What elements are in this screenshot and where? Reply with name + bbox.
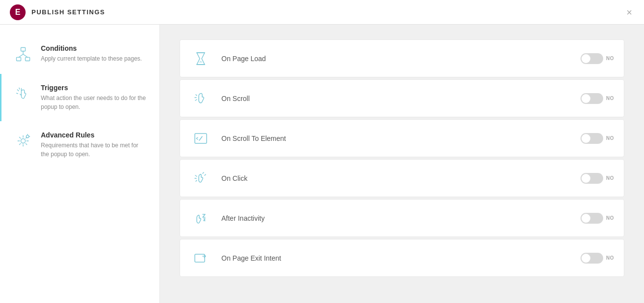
content-area: On Page Load NO — [160, 25, 644, 303]
on-page-load-icon — [190, 48, 212, 69]
on-page-exit-intent-toggle-label: NO — [606, 255, 614, 261]
after-inactivity-toggle-wrap: NO — [581, 213, 614, 224]
trigger-row-on-scroll: On Scroll NO — [180, 79, 624, 117]
conditions-label: Conditions — [41, 44, 142, 52]
triggers-icon — [13, 84, 33, 103]
triggers-description: What action the user needs to do for the… — [41, 94, 148, 111]
on-click-toggle-label: NO — [606, 175, 614, 181]
svg-rect-2 — [26, 57, 30, 61]
on-page-load-toggle-label: NO — [606, 56, 614, 61]
svg-line-18 — [205, 174, 206, 175]
trigger-row-on-page-exit-intent: On Page Exit Intent NO — [180, 239, 624, 277]
main-layout: Conditions Apply current template to the… — [0, 25, 644, 303]
triggers-label: Triggers — [41, 84, 148, 92]
on-scroll-to-element-icon — [190, 128, 212, 149]
on-scroll-toggle[interactable] — [581, 93, 603, 104]
on-page-load-label: On Page Load — [221, 55, 571, 63]
on-scroll-to-element-toggle-wrap: NO — [581, 133, 614, 144]
on-click-label: On Click — [221, 174, 571, 182]
on-scroll-to-element-toggle[interactable] — [581, 133, 603, 144]
trigger-row-after-inactivity: After Inactivity NO — [180, 199, 624, 237]
page-title: PUBLISH SETTINGS — [31, 8, 105, 16]
after-inactivity-toggle[interactable] — [581, 213, 603, 224]
on-scroll-toggle-label: NO — [606, 96, 614, 101]
sidebar-item-conditions[interactable]: Conditions Apply current template to the… — [0, 34, 159, 74]
advanced-rules-text: Advanced Rules Requirements that have to… — [41, 131, 148, 159]
on-page-exit-intent-toggle[interactable] — [581, 253, 603, 264]
on-click-toggle[interactable] — [581, 173, 603, 184]
on-click-toggle-wrap: NO — [581, 173, 614, 184]
svg-rect-1 — [17, 57, 21, 61]
svg-rect-0 — [21, 48, 26, 51]
on-page-exit-intent-icon — [190, 247, 212, 269]
trigger-row-on-click: On Click NO — [180, 159, 624, 197]
svg-line-7 — [17, 93, 18, 94]
trigger-list: On Page Load NO — [180, 39, 624, 277]
on-page-exit-intent-toggle-wrap: NO — [581, 253, 614, 264]
advanced-rules-icon — [13, 131, 33, 151]
svg-line-6 — [17, 90, 19, 91]
on-scroll-to-element-label: On Scroll To Element — [221, 135, 571, 142]
after-inactivity-toggle-label: NO — [606, 215, 614, 221]
advanced-rules-description: Requirements that have to be met for the… — [41, 141, 148, 159]
on-page-load-toggle[interactable] — [581, 53, 603, 64]
title-bar: E PUBLISH SETTINGS × — [0, 0, 644, 25]
conditions-icon — [13, 44, 33, 64]
conditions-description: Apply current template to these pages. — [41, 54, 142, 63]
sidebar-item-advanced-rules[interactable]: Advanced Rules Requirements that have to… — [0, 121, 159, 168]
triggers-text: Triggers What action the user needs to d… — [41, 84, 148, 111]
svg-rect-19 — [195, 254, 205, 262]
close-button[interactable]: × — [624, 5, 634, 19]
svg-line-4 — [19, 54, 23, 57]
on-page-load-toggle-wrap: NO — [581, 53, 614, 64]
on-scroll-icon — [190, 88, 212, 109]
on-page-exit-intent-label: On Page Exit Intent — [221, 254, 571, 262]
svg-line-17 — [203, 172, 204, 173]
sidebar: Conditions Apply current template to the… — [0, 25, 160, 303]
svg-point-9 — [21, 139, 26, 143]
advanced-rules-label: Advanced Rules — [41, 131, 148, 139]
trigger-row-on-scroll-to-element: On Scroll To Element NO — [180, 119, 624, 157]
sidebar-item-triggers[interactable]: Triggers What action the user needs to d… — [0, 74, 159, 121]
on-click-icon — [190, 168, 212, 189]
elementor-logo: E — [10, 4, 26, 20]
title-bar-left: E PUBLISH SETTINGS — [10, 4, 105, 20]
on-scroll-label: On Scroll — [221, 95, 571, 102]
svg-line-8 — [19, 88, 20, 89]
after-inactivity-icon — [190, 207, 212, 229]
trigger-row-on-page-load: On Page Load NO — [180, 39, 624, 77]
on-scroll-to-element-toggle-label: NO — [606, 135, 614, 141]
svg-point-10 — [26, 135, 29, 137]
svg-line-5 — [23, 54, 28, 57]
svg-line-16 — [199, 136, 202, 140]
on-scroll-toggle-wrap: NO — [581, 93, 614, 104]
conditions-text: Conditions Apply current template to the… — [41, 44, 142, 63]
after-inactivity-label: After Inactivity — [221, 214, 571, 222]
